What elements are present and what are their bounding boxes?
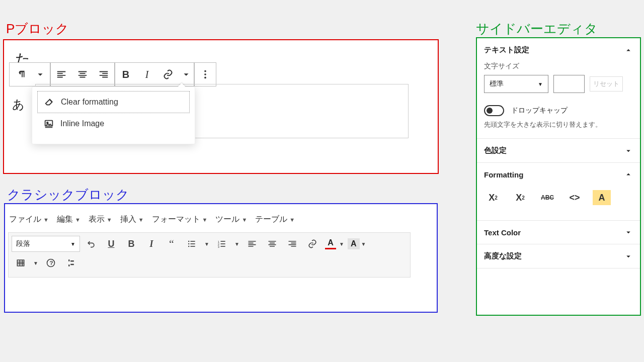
formatting-title: Formatting [484,170,523,179]
svg-point-2 [204,77,206,79]
italic-button-classic[interactable]: I [142,236,160,252]
sidebar-editor-heading: サイドバーエディタ [476,20,598,38]
font-size-reset-button[interactable]: リセット [590,76,623,92]
chevron-up-icon [624,46,633,55]
bold-button[interactable]: B [115,63,136,86]
numbered-list-button[interactable]: 123 [213,236,231,252]
text-color-button-classic[interactable]: A [324,237,338,250]
paragraph-format-value: 段落 [16,239,30,248]
subscript-button[interactable]: X2 [511,190,529,205]
italic-button[interactable]: I [136,63,157,86]
chevron-down-icon [624,146,633,155]
svg-rect-6 [191,241,195,242]
block-type-button[interactable] [12,63,33,86]
svg-point-9 [188,246,190,247]
clear-formatting-item[interactable]: Clear formatting [37,91,190,113]
inline-image-item[interactable]: Inline Image [37,113,190,134]
font-size-label: 文字サイズ [484,62,633,71]
format-dropdown-menu: Clear formatting Inline Image [32,86,195,144]
align-right-button[interactable] [93,63,114,86]
svg-rect-17 [17,260,24,266]
align-center-button[interactable] [72,63,93,86]
p-block-region: た B I あ Clear forma [3,39,439,174]
svg-text:3: 3 [218,245,219,248]
svg-point-1 [204,73,206,75]
svg-rect-10 [191,246,195,247]
help-button[interactable]: ? [42,255,60,271]
menu-tools[interactable]: ツール▼ [215,214,247,225]
chevron-down-icon [624,228,633,237]
dropcap-label: ドロップキャップ [511,106,568,115]
align-left-classic[interactable] [243,236,261,252]
menu-table[interactable]: テーブル▼ [255,214,295,225]
classic-block-region: ファイル▼ 編集▼ 表示▼ 挿入▼ フォーマット▼ ツール▼ テーブル▼ 段落 … [4,203,438,313]
dropcap-toggle[interactable] [484,105,504,116]
menu-file[interactable]: ファイル▼ [9,214,49,225]
table-button-classic[interactable] [12,255,30,271]
text-color-dropdown[interactable]: ▼ [338,236,346,252]
advanced-settings-title: 高度な設定 [484,251,522,261]
bg-color-dropdown[interactable]: ▼ [360,236,368,252]
link-button-classic[interactable] [303,236,321,252]
chevron-down-icon [624,252,633,261]
svg-rect-12 [221,241,225,242]
classic-menubar: ファイル▼ 編集▼ 表示▼ 挿入▼ フォーマット▼ ツール▼ テーブル▼ [9,214,295,225]
text-settings-header[interactable]: テキスト設定 [477,38,640,62]
bg-color-button-classic[interactable]: A [348,238,360,249]
svg-point-5 [188,241,190,242]
clear-formatting-label: Clear formatting [61,98,118,107]
align-left-button[interactable] [51,63,72,86]
classic-toolbar: 段落 ▼ U B I “ ▼ 123 ▼ A ▼ [8,232,411,278]
formatting-header[interactable]: Formatting [477,163,640,186]
bullet-list-button[interactable] [183,236,201,252]
chevron-up-icon [624,170,633,179]
align-right-classic[interactable] [283,236,301,252]
block-type-dropdown[interactable] [33,63,48,86]
table-dropdown[interactable]: ▼ [32,255,40,271]
svg-rect-16 [221,246,225,247]
dropcap-hint: 先頭文字を大きな表示に切り替えます。 [484,120,633,129]
align-center-classic[interactable] [263,236,281,252]
numbered-list-dropdown[interactable]: ▼ [233,236,241,252]
bullet-list-dropdown[interactable]: ▼ [203,236,211,252]
strikethrough-button[interactable]: ABC [538,190,556,205]
superscript-button[interactable]: X2 [484,190,502,205]
svg-point-7 [188,243,190,245]
menu-edit[interactable]: 編集▼ [57,214,80,225]
highlight-button[interactable]: A [593,190,611,205]
text-color-title: Text Color [484,228,521,237]
undo-button[interactable] [82,236,100,252]
more-options-button[interactable] [195,63,216,86]
inline-image-label: Inline Image [60,119,104,128]
text-settings-title: テキスト設定 [484,45,529,55]
menu-view[interactable]: 表示▼ [89,214,112,225]
color-settings-header[interactable]: 色設定 [477,139,640,162]
p-block-heading: Pブロック [6,20,69,38]
font-size-input[interactable] [553,75,585,93]
bold-button-classic[interactable]: B [122,236,140,252]
classic-block-heading: クラシックブロック [7,186,129,204]
paragraph-format-select[interactable]: 段落 ▼ [12,236,80,252]
text-settings-panel: テキスト設定 文字サイズ 標準 ▼ リセット ドロップキャップ 先頭文字を大きな… [477,38,640,139]
svg-point-0 [204,70,206,72]
font-size-value: 標準 [490,79,504,88]
paragraph-content: あ [12,97,25,113]
font-size-select[interactable]: 標準 ▼ [484,75,548,93]
code-button[interactable]: <> [566,190,584,205]
menu-insert[interactable]: 挿入▼ [120,214,144,225]
quote-button[interactable]: “ [163,236,181,252]
svg-text:?: ? [50,259,53,266]
sidebar-editor-region: テキスト設定 文字サイズ 標準 ▼ リセット ドロップキャップ 先頭文字を大きな… [476,37,641,316]
advanced-settings-header[interactable]: 高度な設定 [477,244,640,268]
svg-rect-14 [221,243,225,244]
underline-button[interactable]: U [102,236,120,252]
eraser-icon [44,97,55,108]
text-color-header[interactable]: Text Color [477,221,640,244]
svg-rect-8 [191,243,195,244]
menu-format[interactable]: フォーマット▼ [152,214,208,225]
link-button[interactable] [157,63,179,86]
inline-image-icon [43,118,54,129]
color-settings-title: 色設定 [484,146,507,155]
shortcode-button[interactable] [62,255,80,271]
